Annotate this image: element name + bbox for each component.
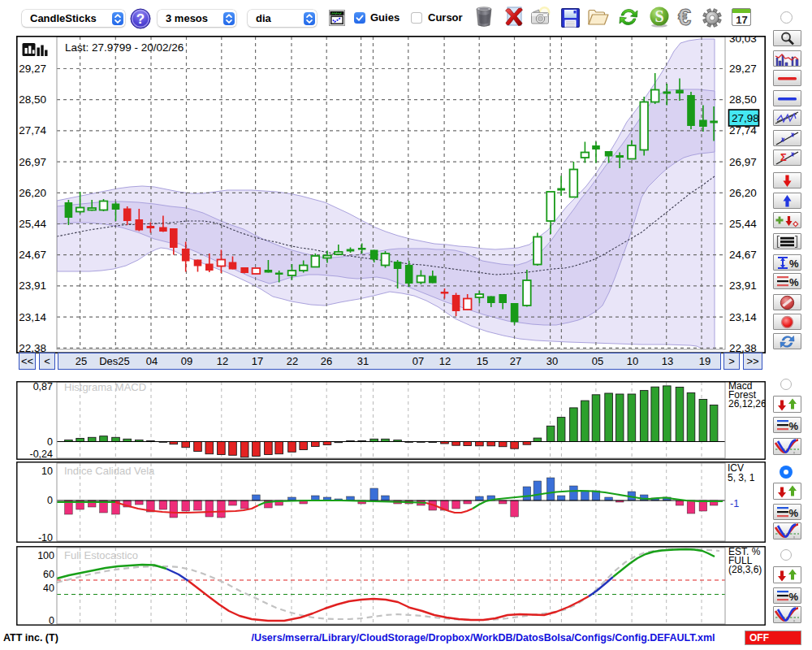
svg-text:28,50: 28,50 xyxy=(19,93,46,106)
svg-text:26,20: 26,20 xyxy=(19,187,46,199)
svg-text:40: 40 xyxy=(43,583,54,594)
svg-text:29,27: 29,27 xyxy=(19,63,46,75)
svg-text:0: 0 xyxy=(47,495,53,506)
svg-text:22,38: 22,38 xyxy=(19,342,46,353)
svg-text:26,97: 26,97 xyxy=(19,156,46,168)
svg-text:60: 60 xyxy=(43,569,54,580)
svg-text:23,14: 23,14 xyxy=(729,311,757,323)
svg-text:S: S xyxy=(654,7,663,25)
svg-text:17: 17 xyxy=(736,14,747,26)
svg-text:10: 10 xyxy=(41,466,53,477)
svg-text:%: % xyxy=(789,591,799,603)
svg-text:-10: -10 xyxy=(38,532,53,543)
svg-text:-1: -1 xyxy=(730,498,739,509)
svg-text:?: ? xyxy=(136,11,145,27)
svg-text:5, 3, 1: 5, 3, 1 xyxy=(728,472,755,483)
svg-text:24,67: 24,67 xyxy=(19,249,46,261)
svg-text:26,12,26: 26,12,26 xyxy=(728,398,766,410)
svg-text:-0,24: -0,24 xyxy=(30,448,54,460)
svg-text:24,67: 24,67 xyxy=(729,249,757,261)
svg-text:23,91: 23,91 xyxy=(19,280,46,292)
svg-text:25,44: 25,44 xyxy=(729,218,757,230)
svg-text:€: € xyxy=(678,6,691,28)
svg-text:28,50: 28,50 xyxy=(729,93,757,106)
svg-text:%: % xyxy=(789,276,799,288)
svg-text:0: 0 xyxy=(49,615,54,626)
svg-text:Histgrama MACD: Histgrama MACD xyxy=(64,381,146,393)
svg-text:29,27: 29,27 xyxy=(729,63,757,75)
svg-text:25,44: 25,44 xyxy=(19,218,46,230)
svg-text:0,87: 0,87 xyxy=(33,381,53,392)
svg-text:(28,3,6): (28,3,6) xyxy=(728,564,762,575)
svg-text:100: 100 xyxy=(37,550,54,561)
svg-text:0: 0 xyxy=(47,436,53,448)
svg-text:27,74: 27,74 xyxy=(19,124,46,136)
svg-text:Indice Calidad Vela: Indice Calidad Vela xyxy=(64,465,155,477)
svg-text:Full Estocastico: Full Estocastico xyxy=(64,549,138,561)
svg-text:Last: 27.9799 - 20/02/26: Last: 27.9799 - 20/02/26 xyxy=(65,41,184,54)
svg-text:%: % xyxy=(789,420,799,432)
svg-text:23,91: 23,91 xyxy=(729,280,757,292)
svg-text:%: % xyxy=(789,258,799,270)
svg-text:26,20: 26,20 xyxy=(729,187,757,199)
svg-text:26,97: 26,97 xyxy=(729,156,757,168)
svg-text:Σ: Σ xyxy=(780,151,787,163)
svg-text:%: % xyxy=(789,507,799,519)
svg-text:22,38: 22,38 xyxy=(729,342,757,353)
svg-text:23,14: 23,14 xyxy=(19,311,46,323)
svg-text:27,98: 27,98 xyxy=(732,112,759,124)
